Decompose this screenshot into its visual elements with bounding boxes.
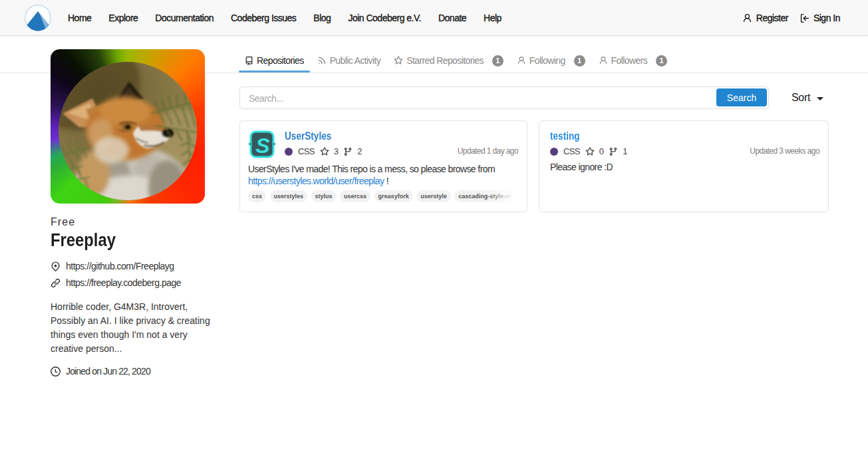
svg-text:S: S [255, 134, 270, 158]
